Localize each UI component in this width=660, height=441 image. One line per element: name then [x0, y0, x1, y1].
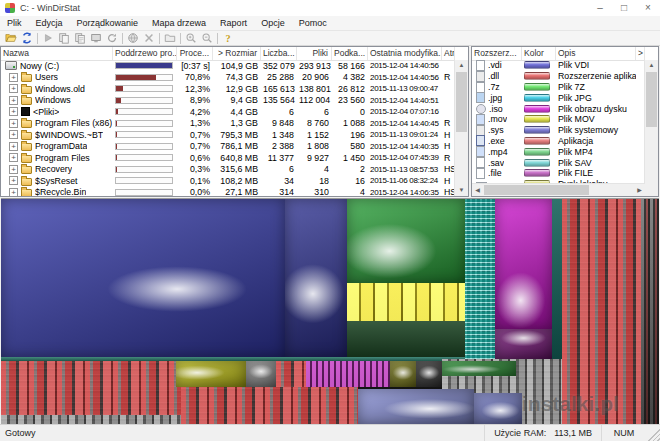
treemap-region-band-grey[interactable] [246, 361, 276, 387]
expand-plus-icon[interactable]: + [9, 119, 18, 128]
menu-item-pomoc[interactable]: Pomoc [292, 18, 334, 28]
extension-horizontal-scrollbar[interactable]: ◀ ▶ [472, 183, 645, 196]
menu-item-plik[interactable]: Plik [0, 18, 29, 28]
column-header-5[interactable]: Pliki [297, 47, 332, 60]
column-header-2[interactable]: Proce... [177, 47, 213, 60]
scrollbar-thumb[interactable] [456, 72, 467, 132]
treemap-region-blue-right[interactable] [285, 199, 347, 357]
column-header-8[interactable]: Atryb... [442, 47, 455, 60]
extension-vertical-scrollbar[interactable]: ▲ ▼ [644, 60, 658, 196]
copy-path-button[interactable] [72, 32, 88, 45]
directory-row[interactable]: +Program Files (x86)1,3%1,3 GB9 8488 760… [1, 118, 455, 130]
scrollbar-thumb[interactable] [646, 72, 657, 127]
scroll-up-icon[interactable]: ▲ [455, 60, 468, 71]
treemap-region-band-yellow[interactable] [176, 361, 246, 387]
column-header-1[interactable]: Poddrzewo pro... [113, 47, 177, 60]
treemap-region-lavender-2[interactable] [474, 393, 522, 425]
expand-plus-icon[interactable]: + [9, 142, 18, 151]
ext-column-header-3[interactable]: > [636, 47, 645, 60]
expand-plus-icon[interactable]: + [9, 176, 18, 185]
ext-column-header-2[interactable]: Opis [556, 47, 636, 60]
open-command-prompt-button[interactable] [104, 32, 120, 45]
directory-row[interactable]: +$SysReset0,1%108,2 MB3418162015-11-06 0… [1, 175, 455, 187]
extension-row[interactable]: .7zPlik 7Z [472, 82, 645, 93]
extension-row[interactable]: .movPlik MOV [472, 114, 645, 125]
treemap-region-teal-strip[interactable] [552, 199, 562, 359]
expand-plus-icon[interactable]: + [9, 96, 18, 105]
extension-row[interactable]: .isoPlik obrazu dysku [472, 103, 645, 114]
zoom-out-button[interactable] [199, 32, 215, 45]
treemap-region-edge-strips[interactable] [641, 199, 659, 425]
scroll-left-icon[interactable]: ◀ [472, 184, 483, 196]
treemap-region-band-purple[interactable] [306, 361, 390, 387]
extension-row[interactable]: .jpgPlik JPG [472, 92, 645, 103]
open-in-explorer-button[interactable] [88, 32, 104, 45]
treemap-region-red-low-1[interactable] [1, 387, 181, 415]
extension-row[interactable]: .savPlik SAV [472, 157, 645, 168]
scroll-right-icon[interactable]: ▶ [634, 184, 645, 196]
directory-row[interactable]: +$Recycle.Bin0,0%27,1 MB31431042015-12-0… [1, 187, 455, 197]
directory-row[interactable]: +Users70,8%74,3 GB25 28820 9064 3822015-… [1, 72, 455, 84]
resize-grip-icon[interactable] [646, 425, 660, 441]
treemap-region-band-dark[interactable] [416, 361, 442, 387]
directory-row[interactable]: Nowy (C:)[0:37 s]104,9 GB352 079293 9135… [1, 60, 455, 72]
directory-row[interactable]: +Recovery0,3%315,6 MB6422015-11-13 08:57… [1, 164, 455, 176]
directory-vertical-scrollbar[interactable]: ▲ ▼ [454, 60, 468, 196]
maximize-button[interactable]: □ [612, 0, 636, 16]
menu-item-porz-dkowanie[interactable]: Porządkowanie [70, 18, 146, 28]
expand-plus-icon[interactable]: + [9, 73, 18, 82]
directory-row[interactable]: +<Pliki>4,2%4,4 GB6602015-12-04 07:07:16 [1, 106, 455, 118]
expand-plus-icon[interactable]: + [9, 130, 18, 139]
treemap-region-cyan-strip[interactable] [465, 199, 495, 359]
ext-column-header-1[interactable]: Kolor [522, 47, 556, 60]
menu-item-mapa-drzewa[interactable]: Mapa drzewa [145, 18, 213, 28]
extension-row[interactable]: .filePlik FILE [472, 168, 645, 179]
cleanup-button[interactable] [162, 32, 178, 45]
scroll-down-icon[interactable]: ▼ [455, 185, 468, 196]
extension-row[interactable]: .exeAplikacja [472, 136, 645, 147]
treemap-region-darkgreen[interactable] [347, 321, 465, 357]
treemap-region-lavender-1[interactable] [358, 389, 474, 425]
treemap-region-green-low[interactable] [442, 361, 516, 376]
column-header-4[interactable]: Liczba... [261, 47, 297, 60]
refresh-selected-button[interactable] [40, 32, 56, 45]
directory-row[interactable]: +Windows8,9%9,4 GB135 564112 00423 56020… [1, 95, 455, 107]
delete-button[interactable] [141, 32, 157, 45]
open-button[interactable] [3, 32, 19, 45]
treemap-region-blue-main[interactable] [1, 199, 285, 357]
treemap-region-yellow-row[interactable] [347, 283, 465, 321]
directory-row[interactable]: +ProgramData0,7%786,1 MB2 3881 808580201… [1, 141, 455, 153]
column-header-6[interactable]: Podka... [332, 47, 368, 60]
help-button[interactable]: ? [220, 32, 236, 45]
extension-row[interactable]: .vdiPlik VDI [472, 60, 645, 71]
expand-plus-icon[interactable]: + [9, 165, 18, 174]
expand-plus-icon[interactable]: + [9, 188, 18, 196]
expand-plus-icon[interactable]: + [9, 153, 18, 162]
treemap-region-purple-low[interactable] [495, 329, 552, 359]
treemap-region-band-greyred[interactable] [1, 361, 176, 387]
extension-row[interactable]: .mp4Plik MP4 [472, 146, 645, 157]
zoom-in-button[interactable] [183, 32, 199, 45]
copy-button[interactable] [56, 32, 72, 45]
ext-column-header-0[interactable]: Rozszerz... [472, 47, 522, 60]
expand-plus-icon[interactable]: + [9, 84, 18, 93]
treemap-region-magenta[interactable] [495, 199, 552, 329]
directory-row[interactable]: +$WINDOWS.~BT0,7%795,3 MB1 3481 15219620… [1, 129, 455, 141]
menu-item-opcje[interactable]: Opcje [254, 18, 292, 28]
menu-item-edycja[interactable]: Edycja [29, 18, 70, 28]
extension-row[interactable]: .dllRozszerzenie aplikacji [472, 71, 645, 82]
scrollbar-thumb[interactable] [484, 185, 589, 195]
close-button[interactable]: × [636, 0, 660, 16]
column-header-7[interactable]: Ostatnia modyfika... [368, 47, 442, 60]
refresh-all-button[interactable] [19, 32, 35, 45]
expand-plus-icon[interactable]: + [9, 107, 18, 116]
treemap-region-band-red[interactable] [276, 361, 306, 387]
directory-row[interactable]: +Windows.old12,3%12,9 GB165 613138 80126… [1, 83, 455, 95]
column-header-3[interactable]: > Rozmiar [213, 47, 261, 60]
column-header-0[interactable]: Nazwa [1, 47, 113, 60]
treemap-region-green-top[interactable] [347, 199, 465, 283]
directory-row[interactable]: +Program Files0,6%640,8 MB11 3779 9271 4… [1, 152, 455, 164]
treemap-region-band-olive[interactable] [390, 361, 416, 387]
scroll-up-icon[interactable]: ▲ [645, 60, 658, 71]
treemap[interactable]: instalki.pl [1, 198, 659, 425]
